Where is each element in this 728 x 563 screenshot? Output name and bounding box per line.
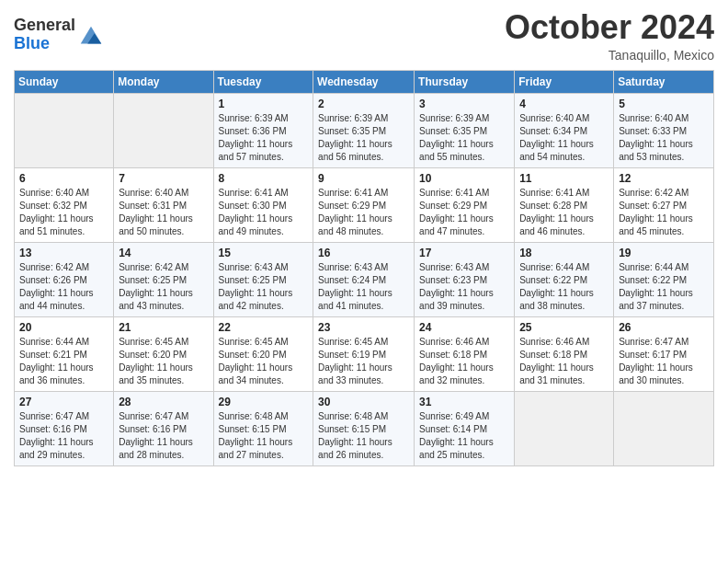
calendar-cell: 20 Sunrise: 6:44 AM Sunset: 6:21 PM Dayl… bbox=[15, 316, 114, 391]
day-info: Sunrise: 6:45 AM Sunset: 6:20 PM Dayligh… bbox=[119, 336, 208, 387]
sunset: Sunset: 6:20 PM bbox=[119, 350, 187, 360]
daylight: Daylight: 11 hours and 53 minutes. bbox=[619, 139, 693, 162]
day-info: Sunrise: 6:40 AM Sunset: 6:33 PM Dayligh… bbox=[619, 112, 709, 164]
sunrise: Sunrise: 6:43 AM bbox=[219, 262, 289, 272]
daylight: Daylight: 11 hours and 39 minutes. bbox=[419, 288, 494, 311]
calendar-cell: 29 Sunrise: 6:48 AM Sunset: 6:15 PM Dayl… bbox=[213, 391, 313, 465]
calendar-table: SundayMondayTuesdayWednesdayThursdayFrid… bbox=[14, 70, 714, 466]
sunrise: Sunrise: 6:42 AM bbox=[619, 188, 688, 198]
calendar-cell bbox=[114, 93, 213, 167]
sunset: Sunset: 6:25 PM bbox=[219, 275, 287, 285]
sunset: Sunset: 6:14 PM bbox=[419, 424, 487, 434]
day-number: 24 bbox=[419, 321, 509, 334]
sunset: Sunset: 6:16 PM bbox=[119, 424, 187, 434]
sunset: Sunset: 6:25 PM bbox=[119, 275, 187, 285]
weekday-header-friday: Friday bbox=[515, 70, 614, 93]
calendar-cell: 14 Sunrise: 6:42 AM Sunset: 6:25 PM Dayl… bbox=[114, 242, 213, 316]
day-number: 26 bbox=[619, 321, 709, 334]
daylight: Daylight: 11 hours and 54 minutes. bbox=[519, 139, 594, 162]
day-number: 4 bbox=[519, 98, 609, 110]
day-number: 7 bbox=[119, 172, 208, 185]
sunrise: Sunrise: 6:44 AM bbox=[619, 262, 688, 272]
day-number: 18 bbox=[519, 247, 609, 259]
logo-blue: Blue bbox=[14, 34, 50, 52]
day-number: 19 bbox=[619, 247, 709, 259]
calendar-cell: 6 Sunrise: 6:40 AM Sunset: 6:32 PM Dayli… bbox=[15, 167, 114, 242]
calendar-cell: 16 Sunrise: 6:43 AM Sunset: 6:24 PM Dayl… bbox=[313, 242, 415, 316]
daylight: Daylight: 11 hours and 32 minutes. bbox=[419, 362, 494, 385]
calendar-cell: 10 Sunrise: 6:41 AM Sunset: 6:29 PM Dayl… bbox=[415, 167, 515, 242]
calendar-cell: 19 Sunrise: 6:44 AM Sunset: 6:22 PM Dayl… bbox=[614, 242, 714, 316]
sunset: Sunset: 6:22 PM bbox=[519, 275, 587, 285]
weekday-header-thursday: Thursday bbox=[415, 70, 515, 93]
day-number: 15 bbox=[219, 247, 309, 259]
daylight: Daylight: 11 hours and 34 minutes. bbox=[219, 362, 293, 385]
calendar-cell: 23 Sunrise: 6:45 AM Sunset: 6:19 PM Dayl… bbox=[313, 316, 415, 391]
title-block: October 2024 Tanaquillo, Mexico bbox=[505, 9, 714, 63]
sunrise: Sunrise: 6:47 AM bbox=[19, 411, 89, 421]
day-info: Sunrise: 6:41 AM Sunset: 6:29 PM Dayligh… bbox=[318, 187, 409, 238]
sunset: Sunset: 6:32 PM bbox=[19, 201, 87, 211]
sunrise: Sunrise: 6:40 AM bbox=[619, 113, 688, 123]
sunset: Sunset: 6:19 PM bbox=[318, 350, 386, 360]
day-info: Sunrise: 6:41 AM Sunset: 6:30 PM Dayligh… bbox=[219, 187, 309, 238]
day-number: 29 bbox=[219, 396, 309, 408]
day-info: Sunrise: 6:42 AM Sunset: 6:26 PM Dayligh… bbox=[19, 261, 108, 313]
day-info: Sunrise: 6:39 AM Sunset: 6:35 PM Dayligh… bbox=[318, 112, 409, 164]
sunrise: Sunrise: 6:40 AM bbox=[519, 113, 589, 123]
daylight: Daylight: 11 hours and 57 minutes. bbox=[219, 139, 293, 162]
sunrise: Sunrise: 6:39 AM bbox=[219, 113, 289, 123]
calendar-cell: 22 Sunrise: 6:45 AM Sunset: 6:20 PM Dayl… bbox=[213, 316, 313, 391]
calendar-week-row: 6 Sunrise: 6:40 AM Sunset: 6:32 PM Dayli… bbox=[15, 167, 714, 242]
sunrise: Sunrise: 6:41 AM bbox=[419, 188, 489, 198]
day-info: Sunrise: 6:48 AM Sunset: 6:15 PM Dayligh… bbox=[219, 410, 309, 462]
daylight: Daylight: 11 hours and 29 minutes. bbox=[19, 437, 94, 460]
day-number: 2 bbox=[318, 98, 409, 110]
daylight: Daylight: 11 hours and 36 minutes. bbox=[19, 362, 94, 385]
sunset: Sunset: 6:15 PM bbox=[219, 424, 287, 434]
header: General Blue October 2024 Tanaquillo, Me… bbox=[14, 9, 714, 63]
daylight: Daylight: 11 hours and 48 minutes. bbox=[318, 213, 392, 236]
calendar-cell: 27 Sunrise: 6:47 AM Sunset: 6:16 PM Dayl… bbox=[15, 391, 114, 465]
sunrise: Sunrise: 6:47 AM bbox=[619, 337, 688, 347]
calendar-cell: 2 Sunrise: 6:39 AM Sunset: 6:35 PM Dayli… bbox=[313, 93, 415, 167]
day-info: Sunrise: 6:41 AM Sunset: 6:28 PM Dayligh… bbox=[519, 187, 609, 238]
daylight: Daylight: 11 hours and 43 minutes. bbox=[119, 288, 193, 311]
weekday-header-wednesday: Wednesday bbox=[313, 70, 415, 93]
sunrise: Sunrise: 6:45 AM bbox=[219, 337, 289, 347]
day-number: 6 bbox=[19, 172, 108, 185]
calendar-cell: 3 Sunrise: 6:39 AM Sunset: 6:35 PM Dayli… bbox=[415, 93, 515, 167]
calendar-cell: 30 Sunrise: 6:48 AM Sunset: 6:15 PM Dayl… bbox=[313, 391, 415, 465]
weekday-header-monday: Monday bbox=[114, 70, 213, 93]
sunset: Sunset: 6:30 PM bbox=[219, 201, 287, 211]
sunset: Sunset: 6:31 PM bbox=[119, 201, 187, 211]
day-info: Sunrise: 6:49 AM Sunset: 6:14 PM Dayligh… bbox=[419, 410, 509, 462]
sunrise: Sunrise: 6:45 AM bbox=[119, 337, 188, 347]
calendar-cell: 25 Sunrise: 6:46 AM Sunset: 6:18 PM Dayl… bbox=[515, 316, 614, 391]
day-number: 17 bbox=[419, 247, 509, 259]
sunrise: Sunrise: 6:41 AM bbox=[219, 188, 289, 198]
daylight: Daylight: 11 hours and 33 minutes. bbox=[318, 362, 392, 385]
day-info: Sunrise: 6:39 AM Sunset: 6:36 PM Dayligh… bbox=[219, 112, 309, 164]
sunset: Sunset: 6:28 PM bbox=[519, 201, 587, 211]
month-title: October 2024 bbox=[505, 9, 714, 46]
sunset: Sunset: 6:36 PM bbox=[219, 126, 287, 136]
sunset: Sunset: 6:33 PM bbox=[619, 126, 687, 136]
sunset: Sunset: 6:20 PM bbox=[219, 350, 287, 360]
daylight: Daylight: 11 hours and 46 minutes. bbox=[519, 213, 594, 236]
sunrise: Sunrise: 6:48 AM bbox=[318, 411, 388, 421]
calendar-cell: 24 Sunrise: 6:46 AM Sunset: 6:18 PM Dayl… bbox=[415, 316, 515, 391]
calendar-cell: 9 Sunrise: 6:41 AM Sunset: 6:29 PM Dayli… bbox=[313, 167, 415, 242]
sunset: Sunset: 6:35 PM bbox=[419, 126, 487, 136]
daylight: Daylight: 11 hours and 41 minutes. bbox=[318, 288, 392, 311]
logo: General Blue bbox=[14, 17, 105, 53]
day-info: Sunrise: 6:45 AM Sunset: 6:20 PM Dayligh… bbox=[219, 336, 309, 387]
page: General Blue October 2024 Tanaquillo, Me… bbox=[0, 0, 728, 563]
calendar-cell: 12 Sunrise: 6:42 AM Sunset: 6:27 PM Dayl… bbox=[614, 167, 714, 242]
sunset: Sunset: 6:34 PM bbox=[519, 126, 587, 136]
sunrise: Sunrise: 6:41 AM bbox=[318, 188, 388, 198]
sunset: Sunset: 6:18 PM bbox=[519, 350, 587, 360]
sunrise: Sunrise: 6:43 AM bbox=[419, 262, 489, 272]
sunrise: Sunrise: 6:43 AM bbox=[318, 262, 388, 272]
calendar-cell: 13 Sunrise: 6:42 AM Sunset: 6:26 PM Dayl… bbox=[15, 242, 114, 316]
